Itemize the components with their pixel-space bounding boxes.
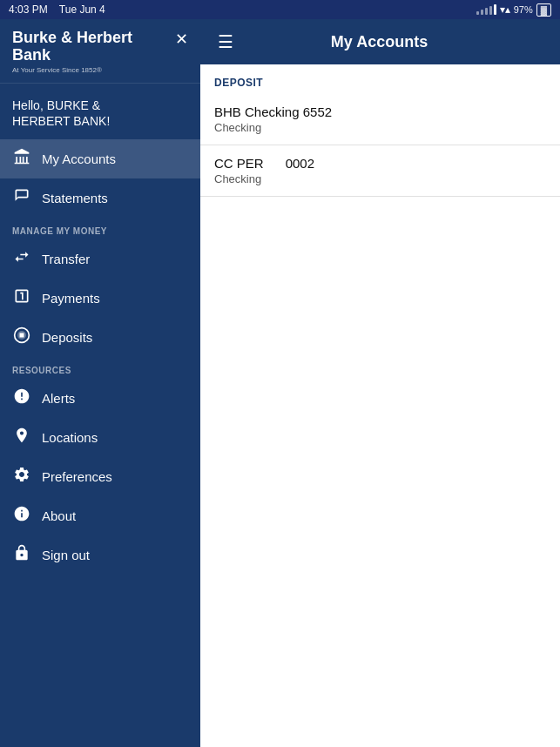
sidebar-item-preferences[interactable]: Preferences (0, 457, 200, 496)
deposits-icon (12, 326, 31, 348)
sidebar-item-deposits[interactable]: Deposits (0, 318, 200, 357)
sidebar: Burke & Herbert Bank At Your Service Sin… (0, 19, 200, 747)
bank-logo: Burke & Herbert Bank At Your Service Sin… (12, 30, 132, 74)
page-title: My Accounts (247, 33, 543, 51)
bank-name-text: Burke & Herbert (12, 29, 132, 46)
sidebar-item-label-statements: Statements (42, 191, 108, 205)
wifi-icon: ▾▴ (500, 3, 510, 16)
battery-percentage: 97% (514, 4, 533, 15)
location-icon (12, 427, 31, 448)
status-bar: 4:03 PM Tue Jun 4 ▾▴ 97% ▓ (0, 0, 560, 19)
sidebar-item-locations[interactable]: Locations (0, 418, 200, 457)
bank-icon (12, 148, 31, 170)
sidebar-item-label-my-accounts: My Accounts (42, 151, 116, 166)
status-date: Tue Jun 4 (59, 3, 105, 16)
about-icon (12, 505, 31, 527)
sidebar-item-label-alerts: Alerts (42, 391, 75, 406)
sidebar-item-label-sign-out: Sign out (42, 548, 90, 562)
sidebar-item-payments[interactable]: Payments (0, 279, 200, 318)
signal-icon (476, 4, 496, 15)
sidebar-item-label-payments: Payments (42, 291, 100, 306)
resources-section-header: RESOURCES (0, 357, 200, 379)
bank-name-text2: Bank (12, 46, 51, 64)
alerts-icon (12, 387, 31, 409)
hamburger-button[interactable]: ☰ (218, 31, 233, 52)
transfer-icon (12, 248, 31, 270)
top-bar: ☰ My Accounts (200, 19, 560, 64)
sidebar-item-label-locations: Locations (42, 430, 98, 445)
sidebar-item-about[interactable]: About (0, 496, 200, 535)
close-button[interactable]: ✕ (175, 31, 188, 47)
sidebar-item-label-deposits: Deposits (42, 330, 92, 345)
manage-my-money-section-header: MANAGE MY MONEY (0, 218, 200, 239)
sidebar-item-alerts[interactable]: Alerts (0, 379, 200, 418)
account-list: DEPOSIT BHB Checking 6552 Checking CC PE… (200, 64, 560, 747)
sidebar-item-label-preferences: Preferences (42, 469, 112, 484)
sidebar-greeting: Hello, BURKE &HERBERT BANK! (0, 84, 200, 139)
preferences-icon (12, 466, 31, 488)
main-content: ☰ My Accounts DEPOSIT BHB Checking 6552 … (200, 19, 560, 747)
status-time: 4:03 PM (9, 3, 48, 16)
sidebar-item-transfer[interactable]: Transfer (0, 239, 200, 279)
deposit-section-label: DEPOSIT (200, 64, 560, 94)
sidebar-item-my-accounts[interactable]: My Accounts (0, 139, 200, 178)
status-time-date: 4:03 PM Tue Jun 4 (9, 3, 105, 16)
bank-name: Burke & Herbert Bank (12, 30, 132, 64)
battery-icon: ▓ (536, 3, 551, 17)
account-type-1: Checking (214, 121, 546, 134)
sidebar-header: Burke & Herbert Bank At Your Service Sin… (0, 19, 200, 84)
status-indicators: ▾▴ 97% ▓ (476, 3, 551, 17)
account-item-cc-per[interactable]: CC PER 0002 Checking (200, 145, 560, 197)
account-item-bhb-checking[interactable]: BHB Checking 6552 Checking (200, 94, 560, 145)
sidebar-item-label-transfer: Transfer (42, 252, 90, 266)
sidebar-item-sign-out[interactable]: Sign out (0, 535, 200, 575)
account-name-1: BHB Checking 6552 (214, 104, 546, 119)
payments-icon (12, 287, 31, 309)
account-type-2: Checking (214, 172, 546, 185)
app-container: Burke & Herbert Bank At Your Service Sin… (0, 19, 560, 747)
statements-icon (12, 187, 31, 209)
sidebar-item-label-about: About (42, 508, 76, 523)
bank-tagline: At Your Service Since 1852® (12, 66, 132, 74)
sidebar-item-statements[interactable]: Statements (0, 178, 200, 218)
account-name-2: CC PER 0002 (214, 156, 546, 171)
signout-icon (12, 544, 31, 566)
